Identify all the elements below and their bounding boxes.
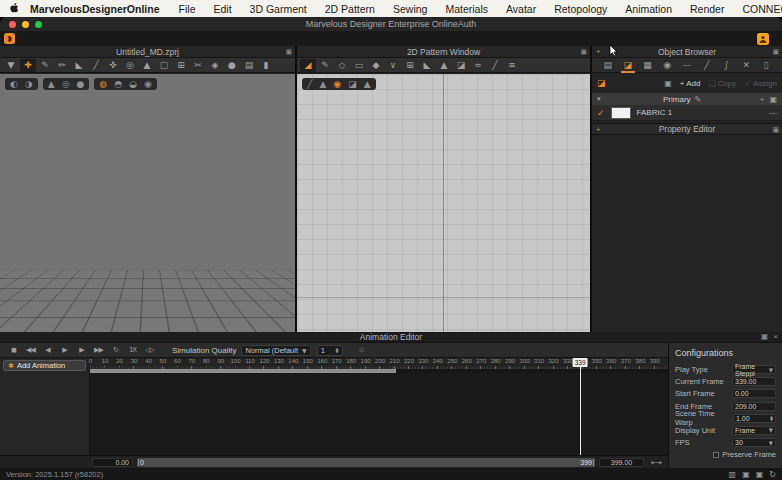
menubar-item[interactable]: 3D Garment <box>241 3 316 15</box>
texture-2d-toggle-icon[interactable]: ◪ <box>348 79 357 89</box>
add-item-icon[interactable]: + <box>760 95 765 104</box>
fold-tool-icon[interactable]: ◈ <box>207 59 223 72</box>
menubar-item[interactable]: Edit <box>204 3 240 15</box>
camera-dolly-button[interactable]: ◁▷ <box>141 344 158 356</box>
iron-tool-icon[interactable]: ◣ <box>419 59 435 72</box>
edit-pattern-tool-icon[interactable]: ✎ <box>317 59 333 72</box>
button-tab-icon[interactable]: ◉ <box>659 58 675 72</box>
menubar-item[interactable]: Sewing <box>384 3 436 15</box>
timeline[interactable]: 0102030405060708090100110120130140150160… <box>90 358 668 455</box>
menubar-item[interactable]: 2D Pattern <box>316 3 384 15</box>
project-tab[interactable]: Untitled_MD.zprj <box>116 47 179 57</box>
substeps-stepper[interactable]: 1 ▲▼ <box>317 345 343 356</box>
app-menu-name[interactable]: MarvelousDesignerOnline <box>20 3 170 15</box>
config-control[interactable]: 0.00 ▼ ▲▼ <box>732 389 776 398</box>
show-arrangement-toggle-icon[interactable]: ◎ <box>62 79 70 89</box>
viewport-3d-canvas[interactable]: ◐◑ ▲◎● ◍◓◒◉ <box>0 74 295 332</box>
copy-fabric-button[interactable]: ❏Copy <box>708 79 736 88</box>
button-tool-icon[interactable]: ● <box>224 59 240 72</box>
menubar-item[interactable]: File <box>170 3 205 15</box>
menubar-item[interactable]: Animation <box>616 3 681 15</box>
texture-editor-tool-icon[interactable]: ◪ <box>453 59 469 72</box>
close-window-button[interactable] <box>9 21 16 28</box>
config-control[interactable]: 209.00 ▼ ▲▼ <box>732 402 776 411</box>
zoom-window-button[interactable] <box>35 21 42 28</box>
show-garment-toggle-icon[interactable]: ◐ <box>10 79 18 89</box>
expand-panel-icon[interactable]: + <box>596 125 601 135</box>
folder-icon[interactable]: ▣ <box>769 95 777 104</box>
show-garment-2d-tool-icon[interactable]: ▲ <box>436 59 452 72</box>
fabric-swatch[interactable] <box>611 107 631 119</box>
fabric-view-toggle-icon[interactable]: ◍ <box>99 79 107 89</box>
free-sewing-tool-icon[interactable]: ╱ <box>487 59 503 72</box>
rename-group-icon[interactable]: ✎ <box>695 95 702 104</box>
polygon-tool-icon[interactable]: ◇ <box>334 59 350 72</box>
speed-button[interactable]: 1X <box>124 344 141 356</box>
expand-panel-icon[interactable]: + <box>596 47 601 57</box>
scene-tab-icon[interactable]: ▤ <box>600 58 616 72</box>
grid-tool-icon[interactable]: ⊞ <box>173 59 189 72</box>
config-control[interactable]: Frame Steppi ▼ ▲▼ <box>732 365 776 374</box>
fabric-list-item[interactable]: ✓ FABRIC 1 — <box>592 105 782 121</box>
info-2d-toggle-icon[interactable]: ◉ <box>333 79 341 89</box>
select-move-tool-icon[interactable]: ✚ <box>20 59 36 72</box>
avatar-tool-icon[interactable]: ▲ <box>139 59 155 72</box>
colorway-2d-toggle-icon[interactable]: ▲ <box>364 79 371 89</box>
fabric-more-icon[interactable]: — <box>769 108 777 117</box>
fabric-group-row[interactable]: ▾ Primary✎ +▣ <box>592 93 782 105</box>
select-box-tool-icon[interactable]: ✏ <box>54 59 70 72</box>
fit-timeline-icon[interactable]: ⇤⇥ <box>651 459 661 467</box>
playhead-frame-label[interactable]: 339 <box>573 358 588 367</box>
stepper-arrows-icon[interactable]: ▲▼ <box>770 415 773 421</box>
previous-frame-button[interactable]: ◀ <box>39 344 56 356</box>
range-end-value[interactable]: 399.00 <box>599 458 644 467</box>
sync-icon[interactable]: ↻ <box>769 470 776 479</box>
fabric-check-icon[interactable]: ✓ <box>597 108 605 118</box>
scissors-tool-icon[interactable]: ✂ <box>190 59 206 72</box>
grading-tool-icon[interactable]: ⊞ <box>402 59 418 72</box>
sim-quality-select[interactable]: Normal (Default▼ <box>241 345 310 356</box>
detach-panel-icon[interactable]: ▣ <box>761 332 769 341</box>
pattern-2d-toggle-icon[interactable]: ▲ <box>319 79 326 89</box>
show-avatar-toggle-icon[interactable]: ▲ <box>48 79 55 89</box>
graphic-tab-icon[interactable]: ▦ <box>639 58 655 72</box>
stress-view-toggle-icon[interactable]: ◓ <box>114 79 122 89</box>
zipper-tab-icon[interactable]: ✕ <box>738 58 754 72</box>
pen-2d-toggle-icon[interactable]: ╱ <box>307 79 312 89</box>
piping-tab-icon[interactable]: ▯ <box>758 58 774 72</box>
timeline-horizontal-scrollbar[interactable]: 0 399 <box>137 458 595 467</box>
menubar-item[interactable]: Render <box>681 3 733 15</box>
tack-on-avatar-tool-icon[interactable]: ◎ <box>122 59 138 72</box>
strain-view-toggle-icon[interactable]: ◒ <box>129 79 137 89</box>
capture-viewport-icon[interactable]: ⊠ <box>353 344 370 356</box>
pattern-2d-canvas[interactable]: ╱▲◉◪▲ <box>297 74 590 332</box>
record-animation-icon[interactable]: ◼ <box>5 344 22 356</box>
show-style-toggle-icon[interactable]: ◑ <box>25 79 33 89</box>
sewing-2d-tool-icon[interactable]: ≈ <box>470 59 486 72</box>
minimize-window-button[interactable] <box>22 21 29 28</box>
menubar-item[interactable]: Materials <box>436 3 497 15</box>
topstitch-tab-icon[interactable]: ╱ <box>699 58 715 72</box>
seam-allowance-tool-icon[interactable]: ≡ <box>504 59 520 72</box>
arrangement-tool-icon[interactable]: ✜ <box>105 59 121 72</box>
config-control[interactable]: 339.00 ▼ ▲▼ <box>732 377 776 386</box>
loop-button[interactable]: ↻ <box>107 344 124 356</box>
pin-tool-icon[interactable]: ◣ <box>71 59 87 72</box>
collapse-group-icon[interactable]: ▾ <box>597 95 601 103</box>
go-to-end-button[interactable]: ▶▶ <box>90 344 107 356</box>
fabric-tab-icon[interactable]: ◪ <box>620 58 636 72</box>
playhead-line[interactable] <box>580 358 581 455</box>
detach-panel-icon[interactable]: ▣ <box>580 47 587 57</box>
trim-tab-icon[interactable]: — <box>679 58 695 72</box>
stepper-arrows-icon[interactable]: ▲▼ <box>336 347 339 353</box>
add-fabric-button[interactable]: + Add <box>680 79 701 88</box>
dart-tool-icon[interactable]: ◆ <box>368 59 384 72</box>
account-icon[interactable] <box>757 33 769 45</box>
menubar-item[interactable]: Retopology <box>545 3 616 15</box>
assign-fabric-button[interactable]: ✓Assign <box>744 79 777 88</box>
panel-layout-icon[interactable]: ▥ <box>729 470 737 479</box>
rectangle-tool-icon[interactable]: ▭ <box>351 59 367 72</box>
config-control[interactable]: Frame ▼ ▲▼ <box>732 426 776 435</box>
menubar-item[interactable]: CONNECT <box>733 3 782 15</box>
measure-tool-icon[interactable]: ▮ <box>258 59 274 72</box>
